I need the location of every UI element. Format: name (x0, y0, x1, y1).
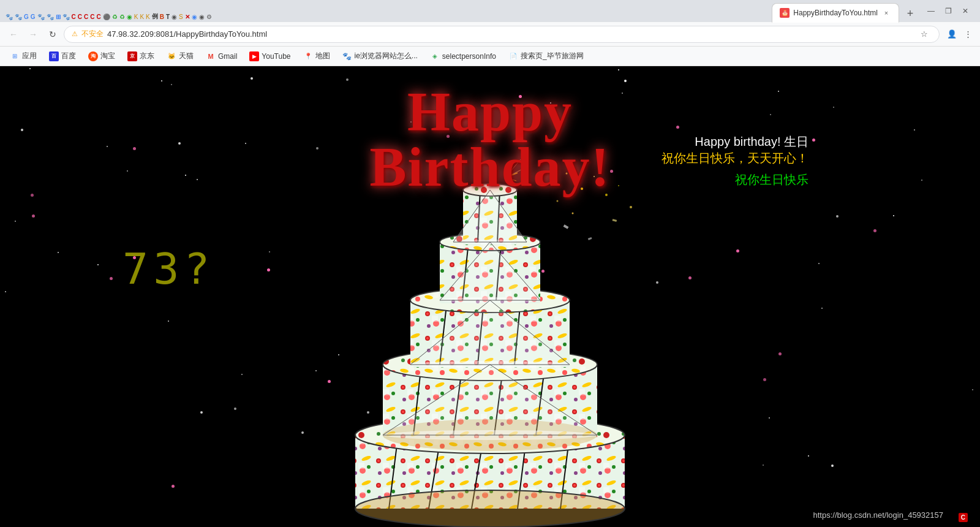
more-menu-icon[interactable]: ⋮ (960, 27, 975, 42)
youtube-icon: ▶ (249, 51, 259, 61)
bookmarks-bar: ⊞ 应用 百 百度 淘 淘宝 京 京东 🐱 天猫 M Gmail ▶ YouTu… (0, 47, 980, 66)
birthday-title: Happy Birthday! (369, 85, 610, 195)
address-bar-row: ← → ↻ ⚠ 不安全 47.98.32.209:8081/HappyBirth… (0, 22, 980, 47)
bookmark-jd[interactable]: 京 京东 (123, 49, 159, 63)
jd-icon: 京 (127, 51, 137, 61)
bookmark-gmail[interactable]: M Gmail (201, 50, 242, 63)
greeting-zh2: 祝你生日快乐 (662, 172, 809, 188)
bookmark-apps[interactable]: ⊞ 应用 (5, 49, 42, 63)
bookmark-taobao[interactable]: 淘 淘宝 (83, 49, 120, 63)
tianmao-icon: 🐱 (167, 51, 176, 61)
close-button[interactable]: ✕ (958, 4, 973, 18)
tab-label: HappyBirthdayToYou.html (793, 9, 878, 17)
bookmark-bijie[interactable]: 📄 搜索页_毕节旅游网 (503, 49, 589, 63)
reload-button[interactable]: ↻ (44, 26, 61, 43)
svg-rect-75 (612, 219, 617, 222)
svg-point-67 (557, 200, 559, 202)
minimize-button[interactable]: — (924, 4, 938, 18)
maximize-button[interactable]: ❐ (941, 4, 956, 18)
bookmark-maps[interactable]: 📍 地图 (298, 49, 335, 63)
ie-tips-icon: 🐾 (342, 51, 352, 61)
svg-point-71 (618, 185, 619, 186)
bookmark-apps-label: 应用 (22, 51, 37, 61)
window-controls: — ❐ ✕ (919, 4, 978, 18)
address-actions: ☆ (917, 27, 932, 42)
baidu-icon: 百 (49, 51, 59, 61)
active-tab[interactable]: 🎂 HappyBirthdayToYou.html × (772, 3, 899, 23)
bijie-icon: 📄 (508, 51, 518, 61)
bookmark-selectperson[interactable]: ◈ selectpersonInfo (425, 50, 501, 63)
address-bar[interactable]: ⚠ 不安全 47.98.32.209:8081/HappyBirthdayToY… (64, 26, 940, 43)
maps-icon: 📍 (303, 51, 313, 61)
svg-rect-73 (564, 224, 569, 229)
bookmark-taobao-label: 淘宝 (100, 51, 115, 61)
bottom-link: https://blog.csdn.net/login_45932157 (813, 510, 943, 520)
back-button[interactable]: ← (5, 26, 22, 43)
toolbar-icons: 👤 ⋮ (944, 27, 975, 42)
url-text: 47.98.32.209:8081/HappyBirthdayToYou.htm… (107, 29, 913, 39)
greeting-area: Happy birthday! 生日 祝你生日快乐，天天开心！ 祝你生日快乐 (662, 134, 809, 188)
tab-bar: 🐾 🐾 G G 🐾 🐾 ⊞ 🐾 C C C C C ⚫ ♻ ♻ ◉ K K K (2, 0, 919, 22)
selectperson-icon: ◈ (430, 51, 440, 61)
tab-close-button[interactable]: × (881, 8, 891, 18)
bookmark-bijie-label: 搜索页_毕节旅游网 (521, 51, 584, 61)
bookmark-baidu-label: 百度 (61, 51, 76, 61)
bookmark-selectperson-label: selectpersonInfo (442, 52, 496, 61)
security-label: 不安全 (81, 29, 104, 39)
bookmark-gmail-label: Gmail (218, 52, 237, 61)
svg-point-70 (572, 213, 574, 214)
svg-rect-74 (588, 237, 592, 240)
number-display: 73? (123, 244, 214, 294)
bookmark-baidu[interactable]: 百 百度 (44, 49, 81, 63)
title-bar: 🐾 🐾 G G 🐾 🐾 ⊞ 🐾 C C C C C ⚫ ♻ ♻ ◉ K K K (0, 0, 980, 22)
bookmark-star-icon[interactable]: ☆ (917, 27, 932, 42)
security-icon: ⚠ (72, 30, 78, 38)
webpage-content: Happy Birthday! 73? Happy birthday! 生日 祝… (0, 66, 980, 527)
bookmark-maps-label: 地图 (315, 51, 330, 61)
forward-button[interactable]: → (24, 26, 42, 43)
bookmark-youtube[interactable]: ▶ YouTube (244, 50, 295, 63)
svg-point-72 (630, 206, 632, 208)
new-tab-button[interactable]: + (902, 5, 919, 22)
bookmark-youtube-label: YouTube (262, 52, 290, 61)
bookmark-jd-label: 京东 (140, 51, 154, 61)
apps-icon: ⊞ (10, 51, 20, 61)
csdn-icon: C (959, 513, 968, 522)
tab-favicon: 🎂 (780, 8, 790, 18)
chrome-browser: 🐾 🐾 G G 🐾 🐾 ⊞ 🐾 C C C C C ⚫ ♻ ♻ ◉ K K K (0, 0, 980, 527)
bookmark-tianmao[interactable]: 🐱 天猫 (162, 49, 198, 63)
greeting-en: Happy birthday! 生日 (662, 134, 809, 150)
bookmark-tianmao-label: 天猫 (179, 51, 194, 61)
account-icon[interactable]: 👤 (944, 27, 959, 42)
bookmark-ie-tips-label: ie浏览器网站怎么... (355, 51, 418, 61)
greeting-zh1: 祝你生日快乐，天天开心！ (662, 150, 809, 167)
happy-text: Happy (369, 85, 610, 140)
gmail-icon: M (206, 51, 216, 61)
taobao-icon: 淘 (88, 51, 98, 61)
bookmark-ie-tips[interactable]: 🐾 ie浏览器网站怎么... (337, 49, 423, 63)
birthday-text: Birthday! (369, 140, 610, 195)
